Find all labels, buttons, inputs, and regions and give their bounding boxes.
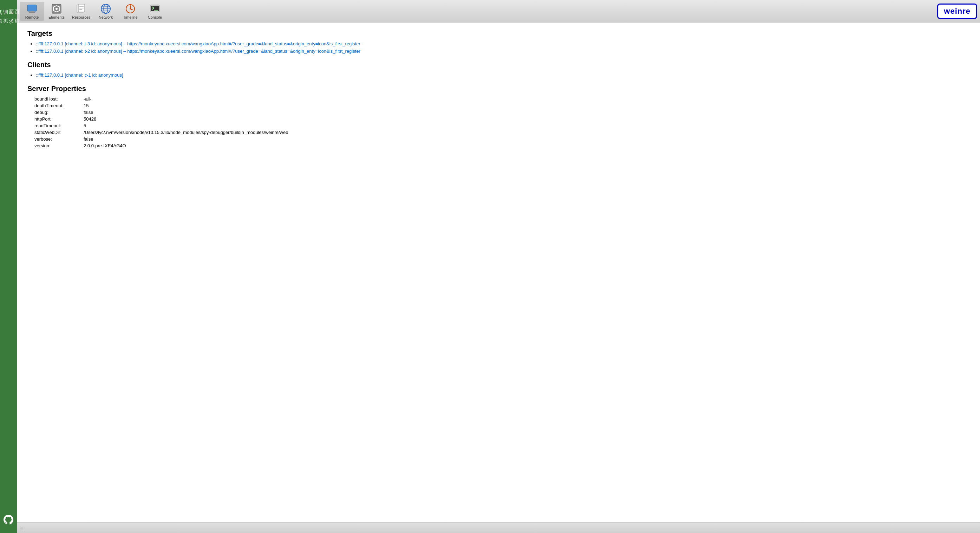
toolbar-btn-resources[interactable]: Resources [69, 2, 94, 21]
toolbar-elements-label: Elements [48, 15, 65, 19]
timeline-icon [125, 3, 136, 14]
list-item: ::ffff:127.0.0.1 [channel: t-3 id: anony… [36, 41, 969, 46]
console-icon [149, 3, 161, 14]
property-row-httpport: httpPort: 50428 [34, 116, 969, 122]
sidebar: 页面调试 请求抓包 [0, 0, 17, 533]
toolbar-btn-timeline[interactable]: Timeline [118, 2, 143, 21]
sidebar-item-page-debug[interactable]: 页面调试 [0, 2, 17, 10]
svg-rect-2 [29, 12, 35, 13]
property-row-verbose: verbose: false [34, 136, 969, 142]
toolbar-btn-network[interactable]: Network [94, 2, 118, 21]
toolbar-btn-console[interactable]: Console [143, 2, 167, 21]
prop-key-staticwebdir: staticWebDir: [34, 130, 84, 135]
toolbar-network-label: Network [99, 15, 113, 19]
github-icon [3, 515, 13, 525]
prop-value-verbose: false [84, 136, 93, 142]
weinre-badge: weinre [937, 3, 977, 19]
main-area: Remote Elements [17, 0, 980, 533]
network-icon [100, 3, 111, 14]
elements-icon [51, 3, 62, 14]
sidebar-item-request-capture[interactable]: 请求抓包 [0, 10, 17, 19]
prop-key-httpport: httpPort: [34, 116, 84, 122]
target-link-2[interactable]: ::ffff:127.0.0.1 [channel: t-2 id: anony… [36, 48, 360, 54]
svg-rect-0 [27, 5, 37, 11]
prop-value-readtimeout: 5 [84, 123, 86, 128]
property-row-boundhost: boundHost: -all- [34, 96, 969, 102]
prop-value-staticwebdir: /Users/lyc/.nvm/versions/node/v10.15.3/l… [84, 130, 288, 135]
list-item: ::ffff:127.0.0.1 [channel: c-1 id: anony… [36, 72, 969, 78]
clients-list: ::ffff:127.0.0.1 [channel: c-1 id: anony… [27, 72, 969, 78]
properties-table: boundHost: -all- deathTimeout: 15 debug:… [34, 96, 969, 148]
clients-heading: Clients [27, 61, 969, 69]
prop-key-readtimeout: readTimeout: [34, 123, 84, 128]
prop-key-version: version: [34, 143, 84, 148]
client-link-1[interactable]: ::ffff:127.0.0.1 [channel: c-1 id: anony… [36, 72, 123, 78]
target-link-1[interactable]: ::ffff:127.0.0.1 [channel: t-3 id: anony… [36, 41, 360, 46]
property-row-debug: debug: false [34, 110, 969, 115]
toolbar-resources-label: Resources [72, 15, 91, 19]
toolbar-remote-label: Remote [25, 15, 39, 19]
bottom-bar: ≡ [17, 522, 980, 533]
prop-value-debug: false [84, 110, 93, 115]
property-row-version: version: 2.0.0-pre-IXE4AG4O [34, 143, 969, 148]
remote-icon [26, 3, 38, 14]
svg-point-18 [130, 8, 131, 10]
prop-key-debug: debug: [34, 110, 84, 115]
targets-heading: Targets [27, 30, 969, 38]
toolbar: Remote Elements [17, 0, 980, 22]
sidebar-github-link[interactable] [0, 512, 17, 527]
toolbar-btn-remote[interactable]: Remote [20, 2, 44, 21]
server-properties-heading: Server Properties [27, 85, 969, 93]
prop-key-verbose: verbose: [34, 136, 84, 142]
targets-list: ::ffff:127.0.0.1 [channel: t-3 id: anony… [27, 41, 969, 54]
prop-key-boundhost: boundHost: [34, 96, 84, 102]
toolbar-btn-elements[interactable]: Elements [44, 2, 69, 21]
prop-value-version: 2.0.0-pre-IXE4AG4O [84, 143, 126, 148]
svg-rect-1 [30, 11, 34, 12]
property-row-staticwebdir: staticWebDir: /Users/lyc/.nvm/versions/n… [34, 130, 969, 135]
console-toggle-icon[interactable]: ≡ [20, 525, 23, 531]
prop-value-boundhost: -all- [84, 96, 91, 102]
toolbar-timeline-label: Timeline [123, 15, 137, 19]
list-item: ::ffff:127.0.0.1 [channel: t-2 id: anony… [36, 48, 969, 54]
prop-value-httpport: 50428 [84, 116, 96, 122]
content-area: Targets ::ffff:127.0.0.1 [channel: t-3 i… [17, 22, 980, 522]
prop-key-deathtimeout: deathTimeout: [34, 103, 84, 108]
property-row-deathtimeout: deathTimeout: 15 [34, 103, 969, 108]
svg-point-4 [56, 8, 57, 10]
resources-icon [76, 3, 87, 14]
property-row-readtimeout: readTimeout: 5 [34, 123, 969, 128]
prop-value-deathtimeout: 15 [84, 103, 89, 108]
toolbar-console-label: Console [148, 15, 162, 19]
